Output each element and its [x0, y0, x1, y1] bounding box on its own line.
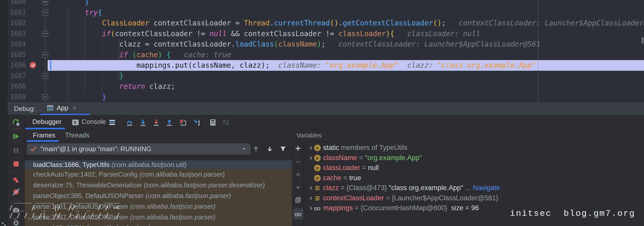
pause-program-icon[interactable]	[12, 147, 20, 154]
settings-gear-icon[interactable]	[12, 219, 20, 226]
line-number[interactable]: 1684	[9, 39, 26, 50]
toolbar-separator	[11, 129, 21, 129]
fold-marker[interactable]	[42, 0, 48, 5]
resume-program-icon[interactable]	[12, 133, 20, 140]
code-line: 1689 }	[8, 92, 644, 102]
code-editor[interactable]: 1680 }1681 try{1682 ClassLoader contextC…	[8, 0, 644, 102]
line-number[interactable]: 1687	[9, 71, 26, 81]
toolbar-separator	[11, 172, 21, 173]
frame-package: (com.alibaba.fastjson.parser)	[146, 192, 231, 200]
layout-settings-icon[interactable]	[108, 119, 116, 126]
variable-text: clazz = {Class@473} "class org.example.A…	[323, 183, 500, 193]
line-number[interactable]: 1686	[9, 60, 26, 71]
code-text: mappings.put(className, clazz); classNam…	[50, 60, 536, 71]
evaluate-expression-icon[interactable]	[209, 119, 217, 126]
run-to-cursor-icon[interactable]	[193, 119, 200, 126]
code-text: ClassLoader contextClassLoader = Thread.…	[50, 18, 644, 29]
code-line: 1684 clazz = contextClassLoader.loadClas…	[8, 39, 644, 50]
variable-row[interactable]: contextClassLoader = {Launcher$AppClassL…	[304, 193, 644, 203]
trace-stream-chain-icon[interactable]	[222, 119, 230, 126]
variable-row[interactable]: pclassName = "org.example.App"	[304, 153, 644, 163]
drop-frame-icon[interactable]	[179, 119, 187, 126]
frame-package: (com.alibaba.fastjson.parser)	[139, 171, 225, 178]
variable-text: mappings = {ConcurrentHashMap@600} size …	[323, 203, 479, 213]
tab-console[interactable]: Console	[82, 115, 106, 128]
breakpoint-icon[interactable]	[29, 61, 37, 69]
code-text: }	[50, 92, 106, 102]
stack-frame-row[interactable]: parse:183, JSON (com.alibaba.fastjson)	[25, 222, 292, 226]
mute-breakpoints-icon[interactable]	[12, 188, 20, 196]
tool-window-stripe: 7: Structure	[0, 0, 8, 226]
chevron-right-icon[interactable]	[308, 205, 314, 211]
move-down-icon[interactable]	[294, 184, 302, 191]
step-over-icon[interactable]	[126, 119, 134, 126]
frame-package: (com.alibaba.fastjson.parser)	[130, 203, 215, 210]
code-line: 1682 ClassLoader contextClassLoader = Th…	[8, 18, 644, 29]
tab-debugger[interactable]: Debugger	[32, 115, 61, 128]
chevron-right-icon[interactable]	[308, 195, 314, 201]
toolwindow-mini-icon	[2, 222, 6, 226]
show-watches-icon[interactable]	[294, 210, 302, 218]
previous-frame-icon[interactable]	[252, 145, 260, 152]
force-step-into-icon[interactable]	[152, 119, 160, 126]
active-tab-underline	[25, 128, 65, 129]
stack-frame-row[interactable]: checkAutoType:1402, ParserConfig (com.al…	[25, 169, 292, 180]
debug-toolwindow-header: Debug: App ×	[8, 102, 644, 115]
stop-icon[interactable]	[12, 160, 20, 168]
line-number[interactable]: 1683	[9, 29, 26, 39]
remove-watch-icon[interactable]	[294, 158, 302, 165]
stack-frame-row[interactable]: deserialze:75, ThrowableDeserializer (co…	[25, 180, 292, 190]
variable-row[interactable]: sstatic members of TypeUtils	[304, 143, 644, 153]
line-number[interactable]: 1688	[9, 81, 26, 92]
variable-text: contextClassLoader = {Launcher$AppClassL…	[323, 193, 498, 203]
line-number[interactable]: 1682	[9, 18, 26, 29]
variable-row[interactable]: pcache = true	[304, 173, 644, 183]
line-number[interactable]: 1685	[9, 50, 26, 60]
active-tab-underline	[27, 140, 59, 142]
move-up-icon[interactable]	[294, 171, 302, 178]
step-into-icon[interactable]	[139, 119, 147, 126]
fold-marker[interactable]	[42, 94, 48, 100]
fold-marker[interactable]	[42, 10, 48, 16]
close-icon[interactable]: ×	[72, 102, 77, 114]
variables-header: Variables	[292, 130, 644, 142]
variable-text: className = "org.example.App"	[323, 153, 422, 163]
fold-marker[interactable]	[42, 73, 48, 79]
hide-library-frames-icon[interactable]	[279, 145, 287, 152]
code-line: 1683 if(contextClassLoader != null && co…	[8, 29, 644, 39]
chevron-down-icon	[241, 146, 247, 152]
frame-method: loadClass:1686, TypeUtils	[33, 161, 111, 169]
variable-row[interactable]: pclassLoader = null	[304, 163, 644, 173]
copy-value-icon[interactable]	[294, 196, 302, 204]
chevron-right-icon[interactable]	[308, 145, 314, 151]
frame-method: checkAutoType:1402, ParserConfig	[33, 171, 139, 178]
thread-selector[interactable]: "main"@1 in group "main": RUNNING	[27, 143, 251, 154]
navigate-link[interactable]: Navigate	[473, 184, 500, 192]
chevron-right-icon[interactable]	[308, 185, 314, 191]
line-number[interactable]: 1680	[9, 0, 26, 7]
variable-row[interactable]: clazz = {Class@473} "class org.example.A…	[304, 183, 644, 193]
debug-toolbar: Debugger Console	[25, 115, 644, 130]
tab-threads[interactable]: Threads	[65, 130, 89, 141]
value-icon	[314, 195, 321, 202]
chevron-right-icon[interactable]	[308, 155, 314, 161]
fold-marker[interactable]	[42, 31, 48, 37]
stack-frame-row[interactable]: loadClass:1686, TypeUtils (com.alibaba.f…	[25, 160, 292, 169]
tab-app-session[interactable]: App ×	[40, 102, 90, 115]
line-number[interactable]: 1681	[9, 7, 26, 18]
view-breakpoints-icon[interactable]	[12, 176, 20, 184]
tab-frames[interactable]: Frames	[33, 130, 55, 141]
value-icon	[314, 185, 321, 191]
parameter-icon: p	[314, 155, 321, 161]
add-watch-icon[interactable]	[294, 145, 302, 152]
rerun-icon[interactable]	[12, 118, 20, 127]
site-watermark: initsec blog.gm7.org	[510, 209, 635, 218]
fold-marker[interactable]	[42, 52, 48, 58]
code-line: 1687 }	[8, 71, 644, 81]
frame-package: (com.alibaba.fastjson.util)	[111, 161, 187, 169]
step-out-icon[interactable]	[165, 119, 173, 126]
next-frame-icon[interactable]	[266, 145, 273, 152]
line-number[interactable]: 1689	[9, 92, 26, 102]
thread-selector-value: "main"@1 in group "main": RUNNING	[41, 143, 151, 154]
static-member-icon: s	[314, 145, 321, 151]
